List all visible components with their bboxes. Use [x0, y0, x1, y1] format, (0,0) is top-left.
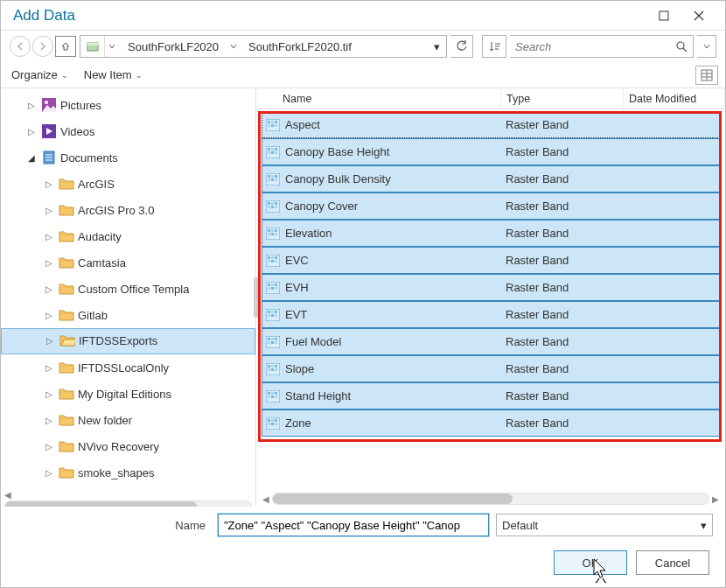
list-row[interactable]: EVHRaster Band: [262, 274, 720, 301]
svg-rect-34: [268, 206, 270, 208]
breadcrumb-root-dropdown[interactable]: [105, 36, 119, 57]
svg-rect-36: [275, 206, 277, 208]
tree-item-gitlab[interactable]: ▷Gitlab: [1, 302, 255, 328]
view-options-button[interactable]: [695, 66, 718, 85]
list-row[interactable]: Canopy Base HeightRaster Band: [262, 138, 720, 165]
list-row[interactable]: Fuel ModelRaster Band: [262, 328, 720, 355]
search-input[interactable]: [510, 40, 670, 53]
refresh-button[interactable]: [450, 35, 473, 58]
expand-icon[interactable]: ▷: [43, 206, 55, 215]
list-horizontal-scrollbar[interactable]: ◀ ▶: [256, 491, 725, 507]
folder-tree[interactable]: ▷ Pictures ▷ Videos ◢ Documents ▷ArcGIS▷…: [1, 88, 256, 507]
svg-rect-59: [268, 311, 270, 313]
column-header-name[interactable]: Name: [256, 88, 501, 108]
svg-rect-73: [268, 365, 270, 368]
svg-rect-27: [268, 178, 270, 181]
svg-rect-75: [275, 365, 277, 368]
list-item-name: Canopy Bulk Density: [283, 172, 506, 186]
folder-icon: [59, 332, 75, 348]
list-row[interactable]: EVTRaster Band: [262, 301, 720, 328]
chevron-down-icon[interactable]: [227, 43, 240, 50]
search-icon[interactable]: [670, 36, 693, 57]
tree-item-customoffice[interactable]: ▷Custom Office Templa: [1, 276, 255, 302]
tree-item-newfolder[interactable]: ▷New folder: [1, 407, 255, 433]
list-row[interactable]: Canopy Bulk DensityRaster Band: [262, 165, 720, 192]
back-button[interactable]: [10, 36, 31, 57]
raster-band-icon: [262, 228, 283, 240]
tree-item-mydigital[interactable]: ▷My Digital Editions: [1, 381, 255, 407]
list-row[interactable]: SlopeRaster Band: [262, 355, 720, 382]
list-row[interactable]: Stand HeightRaster Band: [262, 382, 720, 410]
raster-band-icon: [262, 282, 283, 294]
file-list[interactable]: AspectRaster BandCanopy Base HeightRaste…: [256, 109, 725, 491]
svg-rect-68: [275, 338, 277, 340]
svg-rect-25: [271, 175, 274, 178]
forward-button[interactable]: [32, 36, 53, 57]
list-item-type: Raster Band: [506, 227, 628, 240]
tree-item-arcgis[interactable]: ▷ArcGIS: [1, 171, 255, 197]
tree-item-camtasia[interactable]: ▷Camtasia: [1, 249, 255, 276]
new-item-menu[interactable]: New Item⌄: [80, 68, 146, 81]
close-button[interactable]: [681, 3, 716, 29]
breadcrumb-file[interactable]: SouthForkLF2020.tif: [240, 40, 427, 53]
column-header-type[interactable]: Type: [501, 88, 624, 108]
sort-button[interactable]: [482, 35, 506, 58]
expand-icon[interactable]: ▷: [43, 311, 55, 320]
breadcrumb-history-dropdown[interactable]: ▾: [427, 36, 446, 57]
organize-menu[interactable]: Organize⌄: [8, 68, 72, 81]
expand-icon[interactable]: ▷: [43, 363, 55, 373]
expand-icon[interactable]: ▷: [43, 284, 55, 294]
name-input[interactable]: [218, 514, 489, 536]
list-row[interactable]: AspectRaster Band: [262, 111, 720, 138]
svg-rect-13: [268, 124, 270, 127]
tree-item-audacity[interactable]: ▷Audacity: [1, 223, 255, 249]
up-button[interactable]: [55, 36, 76, 57]
tree-horizontal-scrollbar[interactable]: ◀ ▶: [1, 486, 255, 507]
svg-rect-20: [268, 151, 270, 154]
tree-item-nvivo[interactable]: ▷NVivo Recovery: [1, 433, 255, 459]
list-item-name: Canopy Cover: [283, 200, 506, 213]
svg-rect-57: [275, 287, 277, 290]
breadcrumb[interactable]: SouthForkLF2020 SouthForkLF2020.tif ▾: [80, 35, 447, 58]
tree-item-arcgispro[interactable]: ▷ArcGIS Pro 3.0: [1, 197, 255, 223]
column-header-date[interactable]: Date Modified: [624, 88, 725, 108]
file-list-panel: Name Type Date Modified AspectRaster Ban…: [256, 88, 725, 507]
tree-item-videos[interactable]: ▷ Videos: [1, 118, 255, 144]
svg-rect-41: [268, 233, 270, 235]
expand-icon[interactable]: ▷: [43, 416, 55, 425]
list-item-name: EVC: [283, 254, 506, 267]
add-data-dialog: Add Data SouthForkLF2020: [0, 0, 726, 588]
expand-icon[interactable]: ▷: [43, 442, 55, 452]
breadcrumb-segment[interactable]: SouthForkLF2020: [119, 36, 227, 57]
list-row[interactable]: Canopy CoverRaster Band: [262, 192, 720, 220]
filter-type-select[interactable]: Default ▾: [496, 514, 713, 536]
svg-rect-77: [271, 368, 274, 371]
expand-icon[interactable]: ▷: [43, 258, 55, 268]
expand-icon[interactable]: ▷: [43, 389, 55, 399]
main-area: ▷ Pictures ▷ Videos ◢ Documents ▷ArcGIS▷…: [1, 88, 725, 507]
expand-icon[interactable]: ▷: [44, 336, 56, 346]
list-row[interactable]: ZoneRaster Band: [262, 410, 720, 437]
expand-icon[interactable]: ▷: [43, 468, 55, 478]
svg-rect-71: [275, 341, 277, 344]
navigation-bar: SouthForkLF2020 SouthForkLF2020.tif ▾: [1, 31, 725, 62]
tree-item-iftdssexports[interactable]: ▷IFTDSSExports: [1, 328, 255, 354]
search-options-dropdown[interactable]: [697, 35, 716, 58]
ok-button[interactable]: OK: [554, 550, 627, 575]
expand-icon[interactable]: ▷: [43, 232, 55, 242]
search-box[interactable]: [510, 35, 694, 58]
list-row[interactable]: EVCRaster Band: [262, 247, 720, 274]
tree-item-smoke[interactable]: ▷smoke_shapes: [1, 459, 255, 486]
tree-item-documents[interactable]: ◢ Documents: [1, 144, 255, 171]
tree-item-iftdsslocal[interactable]: ▷IFTDSSLocalOnly: [1, 354, 255, 381]
svg-rect-87: [268, 419, 270, 422]
pictures-icon: [41, 97, 57, 113]
expand-icon[interactable]: ▷: [43, 179, 55, 189]
list-row[interactable]: ElevationRaster Band: [262, 220, 720, 247]
tree-item-label: Videos: [60, 125, 95, 138]
tree-item-pictures[interactable]: ▷ Pictures: [1, 92, 255, 118]
list-item-type: Raster Band: [506, 416, 628, 430]
maximize-button[interactable]: [646, 3, 681, 29]
cancel-button[interactable]: Cancel: [636, 550, 709, 575]
svg-rect-28: [271, 178, 274, 181]
